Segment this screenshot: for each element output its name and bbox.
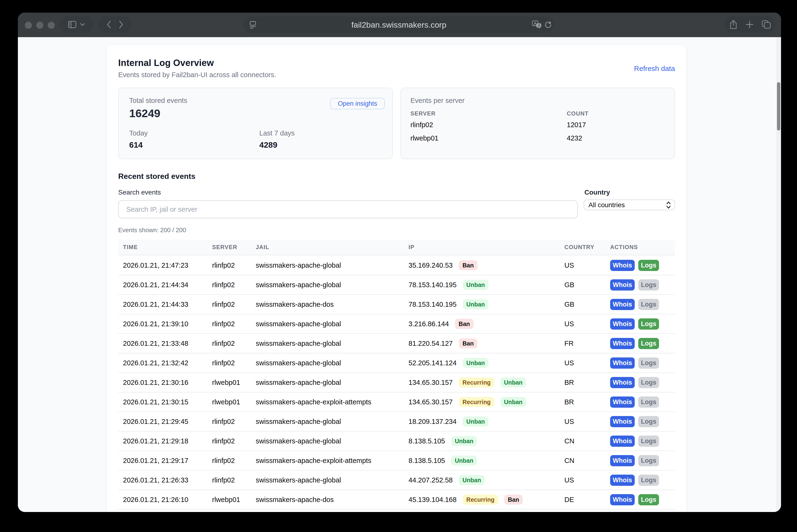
whois-button[interactable]: Whois xyxy=(610,260,635,271)
country-select[interactable]: All countries xyxy=(584,200,675,210)
logs-button[interactable]: Logs xyxy=(638,279,659,290)
logs-button[interactable]: Logs xyxy=(638,397,659,408)
open-insights-button[interactable]: Open insights xyxy=(330,98,385,109)
logs-button[interactable]: Logs xyxy=(638,494,659,505)
events-per-server-label: Events per server xyxy=(411,96,465,105)
event-time: 2026.01.21, 21:39:10 xyxy=(118,320,212,328)
event-jail: swissmakers-apache-dos xyxy=(256,301,409,308)
col-header-country: COUNTRY xyxy=(564,244,610,250)
event-jail: swissmakers-apache-global xyxy=(256,476,409,484)
back-button[interactable] xyxy=(106,20,111,29)
event-jail: swissmakers-apache-global xyxy=(256,418,409,425)
event-country: CN xyxy=(564,437,610,445)
whois-button[interactable]: Whois xyxy=(610,455,635,466)
event-country: GB xyxy=(564,301,610,308)
whois-button[interactable]: Whois xyxy=(610,377,635,388)
event-jail: swissmakers-apache-exploit-attempts xyxy=(256,457,409,464)
page-title: Internal Log Overview xyxy=(118,57,214,69)
event-ip: 52.205.141.124 xyxy=(409,359,457,367)
count-column-header: COUNT xyxy=(567,110,588,117)
reload-icon[interactable] xyxy=(545,21,552,28)
close-window-button[interactable] xyxy=(25,22,32,29)
whois-button[interactable]: Whois xyxy=(610,494,635,505)
logs-button[interactable]: Logs xyxy=(638,358,659,369)
share-icon[interactable] xyxy=(729,20,738,29)
whois-button[interactable]: Whois xyxy=(610,436,635,447)
logs-button[interactable]: Logs xyxy=(638,436,659,447)
table-row: 2026.01.21, 21:47:23 rlinfp02 swissmaker… xyxy=(118,256,675,275)
whois-button[interactable]: Whois xyxy=(610,416,635,427)
table-row: 2026.01.21, 21:33:48 rlinfp02 swissmaker… xyxy=(118,334,675,354)
page-scrollbar-track[interactable] xyxy=(776,37,781,512)
whois-button[interactable]: Whois xyxy=(610,475,635,486)
table-row: 2026.01.21, 21:30:15 rlwebp01 swissmaker… xyxy=(118,393,675,412)
page-scrollbar-thumb[interactable] xyxy=(777,82,780,131)
logs-button[interactable]: Logs xyxy=(638,475,659,486)
zoom-window-button[interactable] xyxy=(48,22,55,29)
search-input[interactable] xyxy=(118,200,578,218)
whois-button[interactable]: Whois xyxy=(610,358,635,369)
today-label: Today xyxy=(129,129,147,137)
svg-text:A: A xyxy=(534,21,537,25)
nav-divider xyxy=(115,19,115,30)
logs-button[interactable]: Logs xyxy=(638,416,659,427)
logs-button[interactable]: Logs xyxy=(638,377,659,388)
table-row: 2026.01.21, 21:29:17 rlinfp02 swissmaker… xyxy=(118,451,675,471)
event-server: rlinfp02 xyxy=(212,262,256,269)
logs-button[interactable]: Logs xyxy=(638,260,659,271)
forward-button[interactable] xyxy=(119,20,124,29)
whois-button[interactable]: Whois xyxy=(610,299,635,310)
whois-button[interactable]: Whois xyxy=(610,338,635,349)
event-time: 2026.01.21, 21:32:42 xyxy=(118,359,212,367)
events-per-server-card: Events per server SERVER COUNT rlinfp02 … xyxy=(400,88,675,159)
whois-button[interactable]: Whois xyxy=(610,397,635,408)
recurring-badge: Recurring xyxy=(459,397,494,407)
event-jail: swissmakers-apache-global xyxy=(256,437,409,445)
event-server: rlinfp02 xyxy=(212,359,256,367)
logs-button[interactable]: Logs xyxy=(638,299,659,310)
event-server: rlinfp02 xyxy=(212,301,256,308)
event-jail: swissmakers-apache-global xyxy=(256,359,409,367)
event-country: US xyxy=(564,262,610,269)
logs-button[interactable]: Logs xyxy=(638,318,659,329)
logs-button[interactable]: Logs xyxy=(638,338,659,349)
event-jail: swissmakers-apache-global xyxy=(256,340,409,347)
event-jail: swissmakers-apache-dos xyxy=(256,496,409,504)
whois-button[interactable]: Whois xyxy=(610,318,635,329)
event-time: 2026.01.21, 21:29:45 xyxy=(118,418,212,425)
unban-badge: Unban xyxy=(463,358,489,368)
refresh-data-link[interactable]: Refresh data xyxy=(634,64,675,73)
logs-button[interactable]: Logs xyxy=(638,455,659,466)
sidebar-icon[interactable] xyxy=(68,21,76,28)
event-time: 2026.01.21, 21:33:48 xyxy=(118,340,212,347)
col-header-ip: IP xyxy=(409,244,564,250)
page-subtitle: Events stored by Fail2ban-UI across all … xyxy=(118,70,276,79)
whois-button[interactable]: Whois xyxy=(610,279,635,290)
nav-buttons-group xyxy=(98,16,131,33)
event-time: 2026.01.21, 21:29:17 xyxy=(118,457,212,464)
sidebar-toggle-group[interactable] xyxy=(59,16,93,33)
new-tab-icon[interactable] xyxy=(745,20,754,28)
event-country: US xyxy=(564,476,610,484)
country-select-value: All countries xyxy=(588,201,625,209)
minimize-window-button[interactable] xyxy=(36,22,43,29)
server-name: rlinfp02 xyxy=(411,120,433,129)
server-count: 4232 xyxy=(567,134,582,142)
unban-badge: Unban xyxy=(463,417,489,426)
tab-overview-icon[interactable] xyxy=(762,20,771,29)
address-bar[interactable]: fail2ban.swissmakers.corp A 文 xyxy=(243,16,554,33)
event-time: 2026.01.21, 21:30:16 xyxy=(118,379,212,386)
event-country: DE xyxy=(564,496,610,504)
col-header-actions: ACTIONS xyxy=(610,244,675,250)
table-row: 2026.01.21, 21:26:10 rlwebp01 swissmaker… xyxy=(118,490,675,510)
translate-icon[interactable]: A 文 xyxy=(532,20,542,29)
select-arrows-icon xyxy=(666,201,672,209)
recurring-badge: Recurring xyxy=(459,377,494,387)
unban-badge: Unban xyxy=(459,475,485,485)
event-ip: 134.65.30.157 xyxy=(409,398,453,406)
sidebar-chevron-down-icon[interactable] xyxy=(80,23,85,26)
event-server: rlinfp02 xyxy=(212,418,256,425)
event-time: 2026.01.21, 21:30:15 xyxy=(118,398,212,406)
ban-badge: Ban xyxy=(504,495,523,505)
ban-badge: Ban xyxy=(455,319,473,329)
